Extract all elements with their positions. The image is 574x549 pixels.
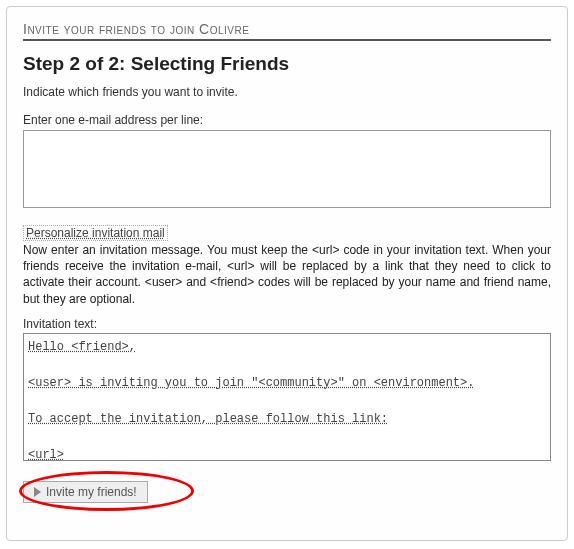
submit-label: Invite my friends! xyxy=(46,485,137,499)
invite-friends-button[interactable]: Invite my friends! xyxy=(23,481,148,503)
invite-panel: Invite your friends to join Colivre Step… xyxy=(6,6,568,541)
invitation-label: Invitation text: xyxy=(23,317,551,331)
submit-row: Invite my friends! xyxy=(23,481,551,521)
personalize-link[interactable]: Personalize invitation mail xyxy=(23,225,168,241)
invitation-text-input[interactable] xyxy=(23,333,551,461)
page-title: Step 2 of 2: Selecting Friends xyxy=(23,53,551,75)
email-addresses-input[interactable] xyxy=(23,130,551,208)
instruction-text: Indicate which friends you want to invit… xyxy=(23,85,551,99)
secondary-title: Invite your friends to join Colivre xyxy=(23,21,551,41)
invitation-wrapper xyxy=(23,333,551,461)
play-icon xyxy=(34,487,41,497)
personalize-help-text: Now enter an invitation message. You mus… xyxy=(23,242,551,307)
email-label: Enter one e-mail address per line: xyxy=(23,113,551,127)
